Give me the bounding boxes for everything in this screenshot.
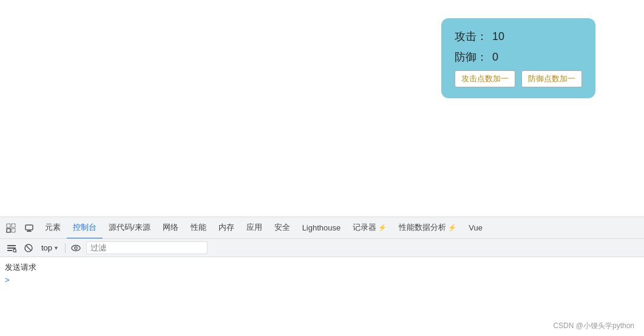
tab-security[interactable]: 安全 <box>268 217 296 239</box>
game-stats-card: 攻击： 10 防御： 0 攻击点数加一 防御点数加一 <box>441 18 595 98</box>
svg-rect-9 <box>7 250 12 251</box>
svg-rect-1 <box>12 224 15 227</box>
svg-rect-0 <box>7 224 10 227</box>
console-prompt[interactable]: > <box>5 274 639 286</box>
tab-lighthouse[interactable]: Lighthouse <box>296 217 347 239</box>
attack-increment-button[interactable]: 攻击点数加一 <box>455 70 515 87</box>
console-log-line: 发送请求 <box>5 261 639 274</box>
defense-label: 防御： <box>455 50 487 64</box>
attack-value: 10 <box>492 30 504 43</box>
svg-point-14 <box>72 245 80 250</box>
svg-rect-8 <box>7 247 16 249</box>
filter-input[interactable] <box>86 241 208 254</box>
devtools-tabs-bar: 元素 控制台 源代码/来源 网络 性能 内存 应用 安全 Lighthouse … <box>0 217 644 239</box>
svg-rect-4 <box>25 225 33 230</box>
watermark: CSDN @小馒头学python <box>553 321 634 331</box>
tab-vue[interactable]: Vue <box>463 217 489 239</box>
tab-recorder[interactable]: 记录器 ⚡ <box>347 217 393 239</box>
tab-network[interactable]: 网络 <box>157 217 185 239</box>
recorder-badge: ⚡ <box>378 224 387 232</box>
svg-rect-3 <box>12 229 15 232</box>
defense-increment-button[interactable]: 防御点数加一 <box>521 70 582 87</box>
defense-value: 0 <box>492 51 498 64</box>
clear-console-icon[interactable] <box>5 241 18 255</box>
attack-row: 攻击： 10 <box>455 29 582 44</box>
context-selector[interactable]: top ▼ <box>39 242 61 254</box>
perf-insights-badge: ⚡ <box>448 224 456 232</box>
svg-point-15 <box>75 246 77 249</box>
tab-console[interactable]: 控制台 <box>67 217 103 239</box>
attack-label: 攻击： <box>455 29 487 44</box>
prompt-arrow: > <box>5 275 10 284</box>
devtools-panel: 元素 控制台 源代码/来源 网络 性能 内存 应用 安全 Lighthouse … <box>0 217 644 336</box>
defense-row: 防御： 0 <box>455 50 582 64</box>
eye-icon[interactable] <box>69 241 83 255</box>
inspect-icon[interactable] <box>2 220 19 237</box>
block-icon[interactable] <box>22 241 35 255</box>
svg-line-13 <box>26 245 32 250</box>
console-toolbar: top ▼ <box>0 239 644 257</box>
context-label: top <box>41 243 52 252</box>
tab-memory[interactable]: 内存 <box>212 217 240 239</box>
tab-perf-insights[interactable]: 性能数据分析 ⚡ <box>393 217 463 239</box>
tab-sources[interactable]: 源代码/来源 <box>103 217 157 239</box>
card-buttons: 攻击点数加一 防御点数加一 <box>455 70 582 87</box>
tab-performance[interactable]: 性能 <box>185 217 212 239</box>
context-dropdown-arrow: ▼ <box>53 245 59 251</box>
svg-rect-2 <box>7 229 10 232</box>
toolbar-separator <box>65 243 66 253</box>
svg-point-10 <box>13 249 16 252</box>
svg-line-11 <box>16 252 16 252</box>
svg-rect-7 <box>7 245 16 246</box>
device-icon[interactable] <box>21 220 38 237</box>
console-content: 发送请求 > <box>0 257 644 336</box>
tab-elements[interactable]: 元素 <box>39 217 67 239</box>
tab-application[interactable]: 应用 <box>240 217 268 239</box>
